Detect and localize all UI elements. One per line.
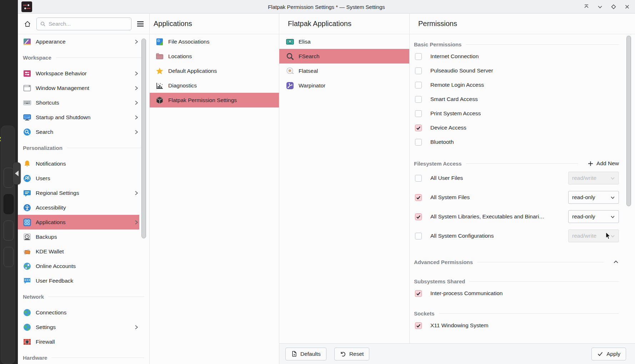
cassette-icon xyxy=(286,37,294,46)
app-item-flatpak-permission-settings[interactable]: Flatpak Permission Settings xyxy=(150,93,279,107)
sidebar-scrollbar[interactable] xyxy=(141,39,146,238)
permission-row-all-system-files: All System Filesread-only xyxy=(414,188,619,207)
system-settings-window: Flatpak Permission Settings * — System S… xyxy=(18,0,635,364)
maximize-button[interactable] xyxy=(611,4,616,10)
collapse-advanced-button[interactable] xyxy=(613,259,619,265)
permission-label: Device Access xyxy=(430,125,466,131)
list-item-label: Flatpak Permission Settings xyxy=(168,97,237,103)
window-title: Flatpak Permission Settings * — System S… xyxy=(18,0,635,14)
app-item-default-applications[interactable]: Default Applications xyxy=(150,64,279,78)
sidebar-item-settings[interactable]: Settings xyxy=(18,320,139,334)
sidebar-item-kde-wallet[interactable]: KDE Wallet xyxy=(18,244,139,259)
checkbox-inter-process-communication[interactable] xyxy=(415,290,422,297)
checkbox-pulseaudio-sound-server[interactable] xyxy=(415,67,422,74)
users-icon xyxy=(23,174,31,183)
access-dropdown-all-system-files[interactable]: read-only xyxy=(568,191,619,204)
flatpak-app-warpinator[interactable]: Warpinator xyxy=(279,78,409,93)
checkbox-all-system-configurations[interactable] xyxy=(415,233,422,239)
background-panel xyxy=(1,126,15,364)
accessibility-icon xyxy=(23,203,31,212)
sidebar-item-label: Online Accounts xyxy=(36,263,76,269)
sidebar-item-user-feedback[interactable]: User Feedback xyxy=(18,273,139,288)
app-item-file-associations[interactable]: File Associations xyxy=(150,34,279,49)
apply-icon xyxy=(597,351,603,357)
minimize-button[interactable] xyxy=(597,4,603,10)
chevron-right-icon xyxy=(134,85,139,91)
flatpak-app-elisa[interactable]: Elisa xyxy=(279,34,409,49)
home-button[interactable] xyxy=(22,19,33,29)
close-button[interactable] xyxy=(624,4,630,10)
file-associations-icon xyxy=(155,37,164,46)
app-item-locations[interactable]: Locations xyxy=(150,49,279,64)
startup-shutdown-icon xyxy=(23,113,31,122)
checkbox-smart-card-access[interactable] xyxy=(415,96,422,103)
chevron-right-icon xyxy=(134,219,139,225)
permissions-scrollbar[interactable] xyxy=(626,36,631,206)
applications-list: File AssociationsLocationsDefault Applic… xyxy=(150,34,279,107)
permission-row-device-access: Device Access xyxy=(414,121,619,135)
subsystems-shared-header: Subsystems Shared xyxy=(414,276,619,286)
flatpak-app-flatseal[interactable]: Flatseal xyxy=(279,64,409,78)
checkbox-all-system-files[interactable] xyxy=(415,194,422,201)
access-dropdown-all-system-libraries-executables-and-binari[interactable]: read-only xyxy=(568,210,619,223)
reset-button[interactable]: Reset xyxy=(334,348,370,360)
defaults-button[interactable]: Defaults xyxy=(285,348,326,360)
chevron-right-icon xyxy=(134,39,139,45)
permission-row-all-system-configurations: All System Configurationsread/write xyxy=(414,226,619,246)
permission-label: X11 Windowing System xyxy=(430,322,489,329)
checkbox-remote-login-access[interactable] xyxy=(415,82,422,89)
checkbox-all-user-files[interactable] xyxy=(415,175,422,182)
checkbox-device-access[interactable] xyxy=(415,125,422,131)
sidebar-item-applications[interactable]: Applications xyxy=(18,215,139,229)
checkbox-print-system-access[interactable] xyxy=(415,110,422,117)
background-collapse-tab[interactable] xyxy=(13,162,21,184)
app-item-diagnostics[interactable]: Diagnostics xyxy=(150,78,279,93)
permission-label: Pulseaudio Sound Server xyxy=(430,67,493,74)
applications-column-title: Applications xyxy=(150,14,279,34)
checkbox-bluetooth[interactable] xyxy=(415,139,422,146)
sidebar-item-users[interactable]: Users xyxy=(18,171,139,186)
checkbox-x11-windowing-system[interactable] xyxy=(415,322,422,329)
sidebar-item-shortcuts[interactable]: Shortcuts xyxy=(18,95,139,110)
sidebar-item-appearance[interactable]: Appearance xyxy=(18,34,139,49)
notifications-icon xyxy=(23,160,31,168)
permission-label: Remote Login Access xyxy=(430,82,484,88)
search-input[interactable] xyxy=(49,21,128,27)
permission-row-x11-windowing-system: X11 Windowing System xyxy=(414,318,619,333)
sidebar-item-workspace-behavior[interactable]: Workspace Behavior xyxy=(18,66,139,81)
sidebar-item-notifications[interactable]: Notifications xyxy=(18,156,139,171)
sidebar-item-firewall[interactable]: Firewall xyxy=(18,334,139,349)
sidebar-item-startup-and-shutdown[interactable]: Startup and Shutdown xyxy=(18,110,139,125)
add-new-button[interactable]: Add New xyxy=(588,160,619,167)
regional-settings-icon xyxy=(23,189,31,197)
sidebar-item-online-accounts[interactable]: Online Accounts xyxy=(18,259,139,273)
sidebar-item-regional-settings[interactable]: Regional Settings xyxy=(18,186,139,200)
background-button xyxy=(4,247,14,267)
background-app-strip xyxy=(0,0,18,364)
seal-icon xyxy=(286,67,294,75)
permission-label: All System Configurations xyxy=(430,233,560,239)
sidebar-item-connections[interactable]: Connections xyxy=(18,305,139,320)
globe-icon xyxy=(23,323,31,332)
keep-above-button[interactable] xyxy=(584,4,589,10)
permission-row-remote-login-access: Remote Login Access xyxy=(414,78,619,92)
firewall-icon xyxy=(23,338,31,346)
checkbox-all-system-libraries-executables-and-binari[interactable] xyxy=(415,213,422,220)
flatpak-app-fsearch[interactable]: FSearch xyxy=(279,49,409,64)
flatpak-applications-column: Flatpak Applications ElisaFSearchFlatsea… xyxy=(279,14,409,343)
sidebar-item-label: Applications xyxy=(36,219,66,226)
flatpak-applications-list: ElisaFSearchFlatsealWarpinator xyxy=(279,34,409,93)
menu-button[interactable] xyxy=(135,19,146,29)
sidebar-item-backups[interactable]: Backups xyxy=(18,229,139,244)
access-dropdown-all-user-files[interactable]: read/write xyxy=(568,172,619,184)
user-feedback-icon xyxy=(23,277,31,285)
checkbox-internet-connection[interactable] xyxy=(415,53,422,60)
apply-button[interactable]: Apply xyxy=(591,348,626,360)
titlebar[interactable]: Flatpak Permission Settings * — System S… xyxy=(18,0,635,14)
sidebar-item-search[interactable]: Search xyxy=(18,125,139,139)
sidebar-item-accessibility[interactable]: Accessibility xyxy=(18,200,139,215)
advanced-permissions-header: Advanced Permissions xyxy=(414,257,619,267)
sidebar-item-window-management[interactable]: Window Management xyxy=(18,81,139,95)
permission-label: All User Files xyxy=(430,175,560,181)
permission-row-print-system-access: Print System Access xyxy=(414,106,619,121)
